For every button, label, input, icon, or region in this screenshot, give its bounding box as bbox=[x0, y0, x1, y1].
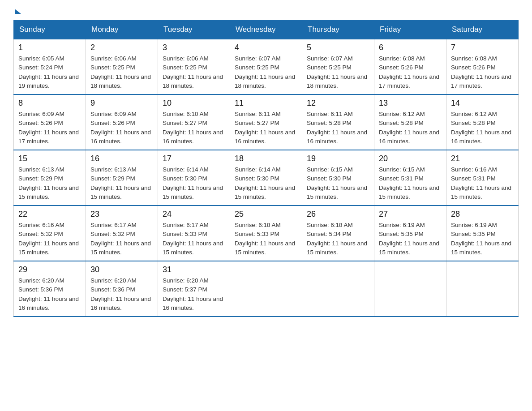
calendar-cell: 15 Sunrise: 6:13 AMSunset: 5:29 PMDaylig… bbox=[14, 150, 86, 206]
day-info: Sunrise: 6:06 AMSunset: 5:25 PMDaylight:… bbox=[90, 55, 151, 89]
calendar-cell: 6 Sunrise: 6:08 AMSunset: 5:26 PMDayligh… bbox=[374, 39, 446, 94]
calendar-cell: 5 Sunrise: 6:07 AMSunset: 5:25 PMDayligh… bbox=[302, 39, 374, 94]
day-info: Sunrise: 6:07 AMSunset: 5:25 PMDaylight:… bbox=[307, 55, 367, 89]
day-number: 7 bbox=[451, 43, 514, 52]
day-of-week-header: Monday bbox=[86, 21, 158, 39]
calendar-cell: 17 Sunrise: 6:14 AMSunset: 5:30 PMDaylig… bbox=[158, 150, 230, 206]
day-info: Sunrise: 6:19 AMSunset: 5:35 PMDaylight:… bbox=[451, 222, 511, 256]
day-info: Sunrise: 6:06 AMSunset: 5:25 PMDaylight:… bbox=[163, 55, 223, 89]
day-info: Sunrise: 6:15 AMSunset: 5:30 PMDaylight:… bbox=[307, 166, 367, 200]
day-info: Sunrise: 6:20 AMSunset: 5:37 PMDaylight:… bbox=[163, 277, 223, 311]
calendar-cell: 3 Sunrise: 6:06 AMSunset: 5:25 PMDayligh… bbox=[158, 39, 230, 94]
calendar-cell: 18 Sunrise: 6:14 AMSunset: 5:30 PMDaylig… bbox=[230, 150, 302, 206]
day-info: Sunrise: 6:05 AMSunset: 5:24 PMDaylight:… bbox=[18, 55, 79, 89]
page-header bbox=[13, 9, 519, 13]
day-info: Sunrise: 6:08 AMSunset: 5:26 PMDaylight:… bbox=[451, 55, 511, 89]
calendar-cell: 21 Sunrise: 6:16 AMSunset: 5:31 PMDaylig… bbox=[446, 150, 519, 206]
day-of-week-header: Saturday bbox=[446, 21, 519, 39]
day-number: 22 bbox=[18, 210, 81, 219]
day-info: Sunrise: 6:13 AMSunset: 5:29 PMDaylight:… bbox=[18, 166, 79, 200]
day-number: 8 bbox=[18, 98, 81, 108]
day-info: Sunrise: 6:12 AMSunset: 5:28 PMDaylight:… bbox=[379, 111, 439, 145]
day-info: Sunrise: 6:14 AMSunset: 5:30 PMDaylight:… bbox=[235, 166, 295, 200]
day-info: Sunrise: 6:11 AMSunset: 5:28 PMDaylight:… bbox=[307, 111, 367, 145]
calendar-cell bbox=[446, 261, 519, 317]
calendar-week-row: 22 Sunrise: 6:16 AMSunset: 5:32 PMDaylig… bbox=[14, 206, 519, 261]
day-info: Sunrise: 6:17 AMSunset: 5:32 PMDaylight:… bbox=[90, 222, 151, 256]
calendar-cell: 22 Sunrise: 6:16 AMSunset: 5:32 PMDaylig… bbox=[14, 206, 86, 261]
calendar-cell: 11 Sunrise: 6:11 AMSunset: 5:27 PMDaylig… bbox=[230, 94, 302, 150]
calendar-cell: 23 Sunrise: 6:17 AMSunset: 5:32 PMDaylig… bbox=[86, 206, 158, 261]
logo bbox=[13, 9, 21, 13]
logo-arrow-icon bbox=[15, 9, 21, 14]
day-of-week-header: Sunday bbox=[14, 21, 86, 39]
day-info: Sunrise: 6:07 AMSunset: 5:25 PMDaylight:… bbox=[235, 55, 295, 89]
calendar-cell bbox=[230, 261, 302, 317]
day-of-week-header: Wednesday bbox=[230, 21, 302, 39]
calendar-cell: 24 Sunrise: 6:17 AMSunset: 5:33 PMDaylig… bbox=[158, 206, 230, 261]
day-number: 13 bbox=[379, 98, 442, 108]
calendar-week-row: 15 Sunrise: 6:13 AMSunset: 5:29 PMDaylig… bbox=[14, 150, 519, 206]
calendar-cell: 4 Sunrise: 6:07 AMSunset: 5:25 PMDayligh… bbox=[230, 39, 302, 94]
day-number: 25 bbox=[235, 210, 297, 219]
day-info: Sunrise: 6:10 AMSunset: 5:27 PMDaylight:… bbox=[163, 111, 223, 145]
calendar-cell: 8 Sunrise: 6:09 AMSunset: 5:26 PMDayligh… bbox=[14, 94, 86, 150]
calendar-cell: 25 Sunrise: 6:18 AMSunset: 5:33 PMDaylig… bbox=[230, 206, 302, 261]
calendar-cell: 16 Sunrise: 6:13 AMSunset: 5:29 PMDaylig… bbox=[86, 150, 158, 206]
day-number: 3 bbox=[163, 43, 225, 52]
day-number: 26 bbox=[307, 210, 369, 219]
day-number: 12 bbox=[307, 98, 369, 108]
day-info: Sunrise: 6:19 AMSunset: 5:35 PMDaylight:… bbox=[379, 222, 439, 256]
calendar-cell: 9 Sunrise: 6:09 AMSunset: 5:26 PMDayligh… bbox=[86, 94, 158, 150]
day-number: 5 bbox=[307, 43, 369, 52]
day-info: Sunrise: 6:08 AMSunset: 5:26 PMDaylight:… bbox=[379, 55, 439, 89]
day-info: Sunrise: 6:17 AMSunset: 5:33 PMDaylight:… bbox=[163, 222, 223, 256]
calendar-cell: 29 Sunrise: 6:20 AMSunset: 5:36 PMDaylig… bbox=[14, 261, 86, 317]
day-number: 23 bbox=[90, 210, 153, 219]
day-info: Sunrise: 6:13 AMSunset: 5:29 PMDaylight:… bbox=[90, 166, 151, 200]
day-number: 15 bbox=[18, 154, 81, 163]
day-of-week-header: Friday bbox=[374, 21, 446, 39]
day-number: 29 bbox=[18, 265, 81, 274]
calendar-cell: 14 Sunrise: 6:12 AMSunset: 5:28 PMDaylig… bbox=[446, 94, 519, 150]
calendar-cell: 10 Sunrise: 6:10 AMSunset: 5:27 PMDaylig… bbox=[158, 94, 230, 150]
day-info: Sunrise: 6:11 AMSunset: 5:27 PMDaylight:… bbox=[235, 111, 295, 145]
day-info: Sunrise: 6:09 AMSunset: 5:26 PMDaylight:… bbox=[90, 111, 151, 145]
day-number: 2 bbox=[90, 43, 153, 52]
calendar-week-row: 8 Sunrise: 6:09 AMSunset: 5:26 PMDayligh… bbox=[14, 94, 519, 150]
day-number: 27 bbox=[379, 210, 442, 219]
day-number: 19 bbox=[307, 154, 369, 163]
calendar-cell: 27 Sunrise: 6:19 AMSunset: 5:35 PMDaylig… bbox=[374, 206, 446, 261]
calendar-cell: 12 Sunrise: 6:11 AMSunset: 5:28 PMDaylig… bbox=[302, 94, 374, 150]
day-number: 17 bbox=[163, 154, 225, 163]
calendar-cell: 13 Sunrise: 6:12 AMSunset: 5:28 PMDaylig… bbox=[374, 94, 446, 150]
day-info: Sunrise: 6:16 AMSunset: 5:32 PMDaylight:… bbox=[18, 222, 79, 256]
calendar-cell: 31 Sunrise: 6:20 AMSunset: 5:37 PMDaylig… bbox=[158, 261, 230, 317]
day-number: 30 bbox=[90, 265, 153, 274]
day-number: 1 bbox=[18, 43, 81, 52]
day-number: 11 bbox=[235, 98, 297, 108]
day-number: 16 bbox=[90, 154, 153, 163]
calendar-table: SundayMondayTuesdayWednesdayThursdayFrid… bbox=[13, 20, 519, 317]
calendar-cell: 30 Sunrise: 6:20 AMSunset: 5:36 PMDaylig… bbox=[86, 261, 158, 317]
day-number: 4 bbox=[235, 43, 297, 52]
day-info: Sunrise: 6:16 AMSunset: 5:31 PMDaylight:… bbox=[451, 166, 511, 200]
calendar-cell: 26 Sunrise: 6:18 AMSunset: 5:34 PMDaylig… bbox=[302, 206, 374, 261]
calendar-cell: 7 Sunrise: 6:08 AMSunset: 5:26 PMDayligh… bbox=[446, 39, 519, 94]
day-info: Sunrise: 6:20 AMSunset: 5:36 PMDaylight:… bbox=[18, 277, 79, 311]
day-info: Sunrise: 6:09 AMSunset: 5:26 PMDaylight:… bbox=[18, 111, 79, 145]
calendar-cell: 19 Sunrise: 6:15 AMSunset: 5:30 PMDaylig… bbox=[302, 150, 374, 206]
calendar-cell bbox=[302, 261, 374, 317]
day-number: 9 bbox=[90, 98, 153, 108]
day-number: 10 bbox=[163, 98, 225, 108]
calendar-cell: 28 Sunrise: 6:19 AMSunset: 5:35 PMDaylig… bbox=[446, 206, 519, 261]
day-of-week-header: Tuesday bbox=[158, 21, 230, 39]
calendar-week-row: 29 Sunrise: 6:20 AMSunset: 5:36 PMDaylig… bbox=[14, 261, 519, 317]
calendar-cell bbox=[374, 261, 446, 317]
day-number: 20 bbox=[379, 154, 442, 163]
day-info: Sunrise: 6:18 AMSunset: 5:34 PMDaylight:… bbox=[307, 222, 367, 256]
day-info: Sunrise: 6:18 AMSunset: 5:33 PMDaylight:… bbox=[235, 222, 295, 256]
day-of-week-header: Thursday bbox=[302, 21, 374, 39]
day-info: Sunrise: 6:14 AMSunset: 5:30 PMDaylight:… bbox=[163, 166, 223, 200]
day-info: Sunrise: 6:15 AMSunset: 5:31 PMDaylight:… bbox=[379, 166, 439, 200]
